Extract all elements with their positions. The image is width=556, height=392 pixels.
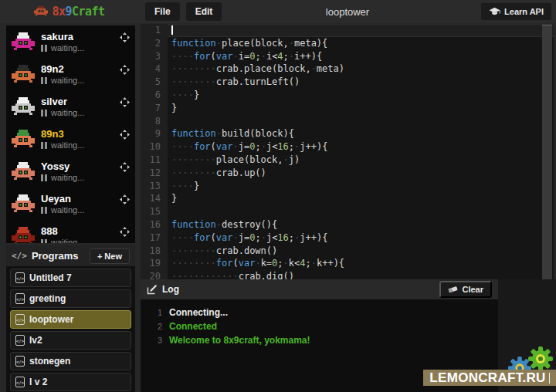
code-line[interactable]: 6····} bbox=[141, 89, 554, 102]
code-line[interactable]: 14} bbox=[141, 192, 554, 205]
player-name: 89n2 bbox=[41, 64, 117, 74]
player-row[interactable]: sakurawaiting... bbox=[6, 25, 135, 58]
locate-icon[interactable] bbox=[120, 227, 130, 237]
editor-scrollbar[interactable] bbox=[542, 25, 552, 279]
code-text: ····} bbox=[168, 180, 554, 193]
code-brackets-icon: </> bbox=[12, 251, 27, 261]
code-text: ····for(var·j=0;·j<16;·j++){ bbox=[168, 140, 554, 154]
log-entry-text: Connected bbox=[169, 319, 217, 333]
locate-icon[interactable] bbox=[120, 162, 130, 172]
program-item[interactable]: </> l v 2 bbox=[10, 373, 131, 391]
code-text: function·build(block){ bbox=[168, 127, 554, 140]
player-name: sakura bbox=[41, 32, 117, 42]
graduation-cap-icon bbox=[489, 7, 500, 16]
code-line[interactable]: 15 bbox=[141, 205, 554, 218]
crab-avatar-icon bbox=[12, 194, 35, 214]
code-text bbox=[168, 24, 554, 37]
player-info: sakurawaiting... bbox=[41, 32, 117, 52]
code-line[interactable]: 7} bbox=[141, 102, 554, 115]
program-file-icon: </> bbox=[15, 335, 25, 346]
player-row[interactable]: silverwaiting... bbox=[6, 90, 135, 123]
code-text: ········crab.up() bbox=[168, 167, 554, 180]
code-line[interactable]: 8 bbox=[141, 115, 554, 128]
program-item-label: stonegen bbox=[29, 356, 70, 367]
program-item[interactable]: </> greeting bbox=[10, 289, 131, 308]
program-file-icon: </> bbox=[15, 293, 25, 304]
player-row[interactable]: 89n3waiting... bbox=[6, 123, 135, 155]
line-number: 12 bbox=[141, 167, 168, 180]
line-number: 8 bbox=[141, 115, 168, 128]
crab-avatar-icon bbox=[12, 161, 35, 181]
code-line[interactable]: 19········for(var·k=0;·k<4;·k++){ bbox=[141, 257, 554, 270]
code-line[interactable]: 1 bbox=[141, 24, 554, 37]
program-file-icon: </> bbox=[15, 272, 25, 283]
log-title: Log bbox=[162, 284, 179, 295]
player-info: 888waiting... bbox=[41, 226, 117, 244]
player-status-label: waiting... bbox=[51, 44, 84, 52]
player-status-label: waiting... bbox=[51, 76, 84, 85]
code-text: ············crab.dig() bbox=[168, 270, 554, 279]
code-line[interactable]: 12········crab.up() bbox=[141, 167, 554, 180]
player-row[interactable]: Yossywaiting... bbox=[6, 155, 135, 188]
code-line[interactable]: 2function·place(block,·meta){ bbox=[141, 37, 554, 50]
code-line[interactable]: 13····} bbox=[141, 180, 554, 193]
player-status: waiting... bbox=[41, 141, 117, 150]
line-number: 16 bbox=[141, 218, 168, 231]
code-text: } bbox=[168, 192, 554, 205]
locate-icon[interactable] bbox=[120, 65, 130, 75]
program-item[interactable]: </> Untitled 7 bbox=[10, 269, 131, 287]
log-entry: 3Welcome to 8x9craft, yokmama! bbox=[141, 333, 498, 347]
eraser-icon bbox=[448, 286, 458, 293]
player-row[interactable]: 888waiting... bbox=[6, 220, 135, 243]
svg-text:</>: </> bbox=[16, 360, 25, 364]
player-status-label: waiting... bbox=[51, 141, 84, 150]
program-item[interactable]: </> stonegen bbox=[10, 352, 131, 370]
player-row[interactable]: 89n2waiting... bbox=[6, 58, 135, 90]
code-line[interactable]: 9function·build(block){ bbox=[141, 127, 554, 140]
watermark: LEMONCRAFT.RU bbox=[423, 370, 556, 386]
clear-log-button[interactable]: Clear bbox=[439, 281, 492, 298]
code-line[interactable]: 3····for(var·i=0;·i<4;·i++){ bbox=[141, 50, 554, 63]
learn-api-label: Learn API bbox=[504, 7, 544, 16]
line-number: 3 bbox=[141, 50, 168, 63]
programs-header: </> Programs + New bbox=[6, 245, 135, 266]
code-text: function·place(block,·meta){ bbox=[168, 37, 554, 50]
line-number: 13 bbox=[141, 180, 168, 193]
file-menu-button[interactable]: File bbox=[145, 2, 180, 21]
code-line[interactable]: 20············crab.dig() bbox=[141, 270, 554, 279]
learn-api-button[interactable]: Learn API bbox=[481, 3, 551, 20]
code-line[interactable]: 11········place(block,·j) bbox=[141, 154, 554, 167]
edit-menu-button[interactable]: Edit bbox=[186, 2, 222, 21]
line-number: 4 bbox=[141, 63, 168, 76]
code-text: ····} bbox=[168, 89, 554, 102]
pencil-log-icon bbox=[147, 284, 158, 295]
new-program-button[interactable]: + New bbox=[90, 248, 130, 264]
code-line[interactable]: 18········crab.down() bbox=[141, 245, 554, 258]
program-item[interactable]: </> looptower bbox=[10, 310, 131, 329]
code-line[interactable]: 16function·destroy(){ bbox=[141, 218, 554, 231]
text-cursor bbox=[171, 25, 173, 35]
code-text: ····for(var·j=0;·j<16;·j++){ bbox=[168, 231, 554, 245]
locate-icon[interactable] bbox=[120, 32, 130, 42]
code-line[interactable]: 10····for(var·j=0;·j<16;·j++){ bbox=[141, 140, 554, 154]
svg-text:</>: </> bbox=[16, 380, 25, 385]
locate-icon[interactable] bbox=[120, 97, 130, 107]
svg-text:</>: </> bbox=[16, 339, 25, 343]
player-info: Ueyanwaiting... bbox=[41, 194, 117, 215]
player-row[interactable]: Ueyanwaiting... bbox=[6, 188, 135, 220]
player-info: 89n2waiting... bbox=[41, 64, 117, 85]
program-item[interactable]: </> lv2 bbox=[10, 331, 131, 350]
log-entry: 1Connecting... bbox=[141, 306, 498, 319]
locate-icon[interactable] bbox=[120, 130, 130, 140]
code-editor[interactable]: 12function·place(block,·meta){3····for(v… bbox=[141, 24, 554, 279]
code-text: ········crab.down() bbox=[168, 245, 554, 258]
line-number: 7 bbox=[141, 102, 168, 115]
code-line[interactable]: 5········crab.turnLeft() bbox=[141, 76, 554, 89]
locate-icon[interactable] bbox=[120, 194, 130, 204]
player-info: Yossywaiting... bbox=[41, 161, 117, 182]
code-line[interactable]: 4········crab.place(block,·meta) bbox=[141, 63, 554, 76]
code-line[interactable]: 17····for(var·j=0;·j<16;·j++){ bbox=[141, 231, 554, 245]
line-number: 19 bbox=[141, 257, 168, 270]
code-text bbox=[168, 205, 554, 218]
log-entry-text: Welcome to 8x9craft, yokmama! bbox=[169, 333, 310, 347]
